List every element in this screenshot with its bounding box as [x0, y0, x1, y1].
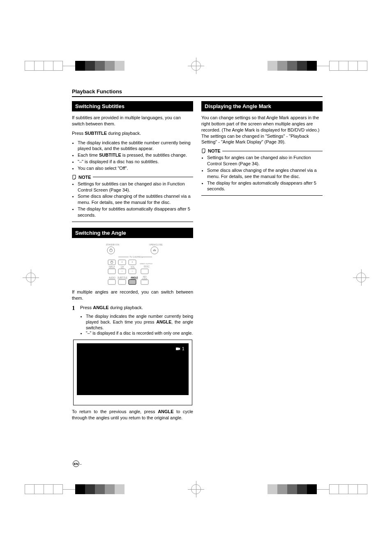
angle-mark-notes: Settings for angles can be changed also … — [201, 155, 323, 192]
svg-text:+: + — [121, 261, 123, 264]
svg-text:RESET: RESET — [144, 265, 150, 267]
angle-closing: To return to the previous angle, press A… — [72, 409, 193, 421]
step-bullets: The display indicates the angle number c… — [80, 314, 193, 336]
remote-standby-label: STANDBY/ON — [106, 243, 120, 246]
list-item: "–" is displayed if a disc has no subtit… — [78, 159, 193, 165]
list-item: "–" is displayed if a disc is recorded w… — [86, 331, 193, 336]
heading-angle-mark: Displaying the Angle Mark — [201, 101, 323, 111]
crop-marks-top — [0, 53, 392, 78]
note-label: NOTE — [208, 148, 221, 153]
page-title: Playback Functions — [72, 88, 323, 96]
remote-open-label: OPEN/CLOSE — [149, 243, 163, 246]
note-icon — [201, 148, 206, 153]
svg-text:ANGLE: ANGLE — [131, 276, 138, 279]
heading-switching-subtitles: Switching Subtitles — [72, 101, 193, 111]
note-header: NOTE — [201, 148, 323, 153]
crop-mark-right — [353, 269, 369, 286]
list-item: Some discs allow changing of the angles … — [207, 167, 323, 180]
remote-angle-button — [129, 280, 136, 284]
list-item: Settings for subtitles can be changed al… — [78, 181, 193, 193]
subtitles-notes: Settings for subtitles can be changed al… — [72, 181, 193, 218]
svg-text:SUBTITLE: SUBTITLE — [118, 276, 128, 279]
svg-text:VIDEO OUTPUT: VIDEO OUTPUT — [140, 263, 153, 265]
note-header: NOTE — [72, 175, 193, 180]
heading-switching-angle: Switching the Angle — [72, 228, 193, 238]
svg-rect-33 — [176, 347, 179, 350]
angle-intro: If multiple angles are recorded, you can… — [72, 289, 193, 301]
lang-badge: EN — [73, 460, 79, 467]
angle-mark-intro: You can change settings so that Angle Ma… — [201, 115, 323, 145]
tv-illustration: 1 — [73, 340, 192, 405]
header-rule — [72, 96, 323, 97]
note-label: NOTE — [78, 175, 91, 180]
note-icon — [72, 175, 77, 180]
svg-text:−: − — [121, 270, 123, 273]
angle-osd-value: 1 — [182, 347, 184, 351]
crop-mark-left — [23, 269, 39, 286]
svg-text:+: + — [131, 261, 133, 264]
list-item: Some discs allow changing of the subtitl… — [78, 193, 193, 206]
remote-illustration: STANDBY/ON OPEN/CLOSE TV CONTROL + + INP… — [102, 241, 164, 287]
subtitles-intro: If subtitles are provided in multiple la… — [72, 115, 193, 127]
list-item: The display for subtitles automatically … — [78, 206, 193, 218]
page-footer-lang: EN - — [73, 460, 82, 467]
right-column: Displaying the Angle Mark You can change… — [201, 101, 323, 424]
left-column: Switching Subtitles If subtitles are pro… — [72, 101, 193, 424]
svg-text:INPUT: INPUT — [109, 266, 115, 268]
camera-icon — [176, 347, 180, 351]
remote-tvcontrol-label: TV CONTROL — [129, 256, 143, 258]
list-item: Settings for angles can be changed also … — [207, 155, 323, 167]
svg-text:VOL: VOL — [131, 266, 135, 268]
svg-text:−: − — [131, 270, 133, 273]
subtitles-instruction: Press SUBTITLE during playback. — [72, 130, 193, 136]
list-item: The display indicates the subtitle numbe… — [78, 140, 193, 152]
svg-text:CH: CH — [121, 266, 124, 268]
list-item: Each time SUBTITLE is pressed, the subti… — [78, 152, 193, 158]
list-item: You can also select "Off". — [78, 165, 193, 171]
step-instruction: Press ANGLE during playback. — [80, 305, 193, 311]
crop-marks-bottom — [0, 477, 392, 502]
page-content: Playback Functions Switching Subtitles I… — [72, 88, 323, 424]
subtitles-bullets: The display indicates the subtitle numbe… — [72, 140, 193, 171]
svg-text:AUDIO: AUDIO — [109, 276, 115, 279]
angle-osd: 1 — [174, 346, 186, 352]
list-item: The display indicates the angle number c… — [86, 314, 193, 331]
list-item: The display for angles automatically dis… — [207, 180, 323, 192]
step-number: 1 — [72, 305, 77, 336]
step-1: 1 Press ANGLE during playback. The displ… — [72, 305, 193, 336]
